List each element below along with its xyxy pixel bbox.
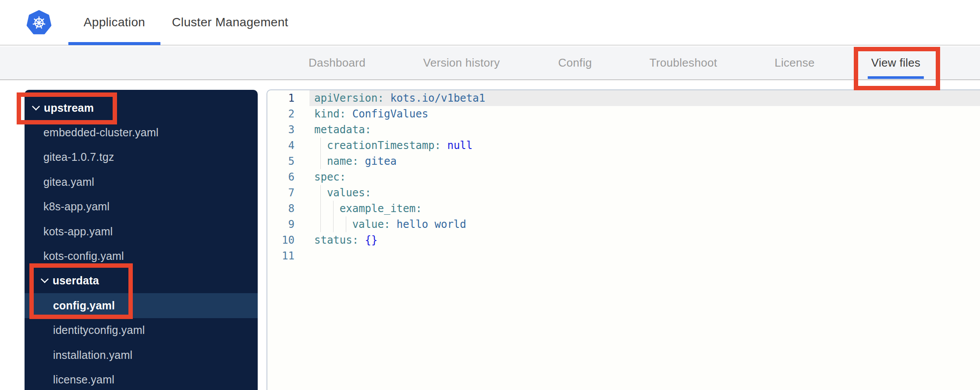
code-line: 2kind: ConfigValues xyxy=(267,106,980,122)
code-line-content: values: xyxy=(314,185,371,201)
tree-file-kots-config-yaml[interactable]: kots-config.yaml xyxy=(25,244,258,268)
tree-file-config-yaml[interactable]: config.yaml xyxy=(25,293,258,318)
code-line-content: spec: xyxy=(314,169,346,185)
token-str: hello world xyxy=(390,218,466,230)
tree-file-gitea-1-0-7-tgz[interactable]: gitea-1.0.7.tgz xyxy=(25,145,258,170)
indent-guide xyxy=(327,201,340,216)
code-line: 8 example_item: xyxy=(267,201,980,216)
gutter-line-number: 1 xyxy=(267,90,295,106)
token-key: kind: xyxy=(314,108,346,120)
subnav-item-dashboard[interactable]: Dashboard xyxy=(309,46,366,79)
indent-guide xyxy=(340,216,352,232)
code-line: 4 creationTimestamp: null xyxy=(267,138,980,153)
subnav-item-license[interactable]: License xyxy=(774,46,815,79)
code-line-content: value: hello world xyxy=(314,216,466,232)
tree-item-label: k8s-app.yaml xyxy=(43,200,110,213)
gutter-line-number: 3 xyxy=(267,122,295,138)
gutter-line-number: 11 xyxy=(267,248,295,264)
tree-item-label: userdata xyxy=(53,274,99,287)
chevron-down-icon xyxy=(41,275,49,283)
gutter-line-number: 5 xyxy=(267,153,295,169)
code-line-content: apiVersion: kots.io/v1beta1 xyxy=(314,90,485,106)
kots-admin-console: Application Cluster Management Dashboard… xyxy=(0,0,980,390)
tree-file-gitea-yaml[interactable]: gitea.yaml xyxy=(25,170,258,194)
token-key: value: xyxy=(352,218,391,230)
code-line: 9 value: hello world xyxy=(267,216,980,232)
token-str: ConfigValues xyxy=(346,108,428,120)
gutter-line-number: 8 xyxy=(267,201,295,216)
token-key: creationTimestamp: xyxy=(327,139,441,152)
app-subnav: DashboardVersion historyConfigTroublesho… xyxy=(0,46,980,80)
token-str: kots.io/v1beta1 xyxy=(384,92,485,104)
token-str: gitea xyxy=(359,155,397,167)
tree-folder-upstream[interactable]: upstream xyxy=(25,96,258,120)
tree-file-installation-yaml[interactable]: installation.yaml xyxy=(25,343,258,367)
tree-item-label: config.yaml xyxy=(53,299,115,312)
code-line: 7 values: xyxy=(267,185,980,201)
file-viewer[interactable]: 1apiVersion: kots.io/v1beta12kind: Confi… xyxy=(266,89,980,390)
file-tree: upstreamembedded-cluster.yamlgitea-1.0.7… xyxy=(25,90,258,390)
subnav-item-view-files[interactable]: View files xyxy=(871,46,920,79)
gutter-line-number: 6 xyxy=(267,169,295,185)
gutter-line-number: 10 xyxy=(267,232,295,248)
subnav-item-troubleshoot[interactable]: Troubleshoot xyxy=(650,46,717,79)
active-subnav-underline xyxy=(868,76,924,79)
tree-item-label: identityconfig.yaml xyxy=(53,324,145,337)
tree-folder-userdata[interactable]: userdata xyxy=(25,269,258,293)
app-header: Application Cluster Management xyxy=(0,0,980,46)
tree-file-kots-app-yaml[interactable]: kots-app.yaml xyxy=(25,219,258,244)
token-key: status: xyxy=(314,234,359,246)
token-key: spec: xyxy=(314,171,346,183)
code-line-content: status: {} xyxy=(314,232,378,248)
token-kw: null xyxy=(441,139,472,152)
token-key: values: xyxy=(327,187,371,199)
token-key: metadata: xyxy=(314,124,371,136)
code-line-content: kind: ConfigValues xyxy=(314,106,428,122)
code-line: 1apiVersion: kots.io/v1beta1 xyxy=(267,90,980,106)
tab-application[interactable]: Application xyxy=(68,0,160,45)
code-line: 3metadata: xyxy=(267,122,980,138)
tree-item-label: license.yaml xyxy=(53,373,114,386)
code-line-content: creationTimestamp: null xyxy=(314,138,472,153)
tree-file-k8s-app-yaml[interactable]: k8s-app.yaml xyxy=(25,195,258,219)
code-line-content: name: gitea xyxy=(314,153,397,169)
code-line-content: example_item: xyxy=(314,201,422,216)
tree-item-label: upstream xyxy=(44,102,94,114)
code-line: 6spec: xyxy=(267,169,980,185)
gutter-line-number: 9 xyxy=(267,216,295,232)
kubernetes-logo xyxy=(26,10,52,35)
indent-guide xyxy=(327,216,340,232)
tab-cluster-management[interactable]: Cluster Management xyxy=(167,0,294,45)
token-key: name: xyxy=(327,155,359,167)
gutter-line-number: 2 xyxy=(267,106,295,122)
gutter-line-number: 7 xyxy=(267,185,295,201)
tree-item-label: kots-app.yaml xyxy=(43,225,113,238)
indent-guide xyxy=(314,216,327,232)
tree-item-label: kots-config.yaml xyxy=(43,250,124,262)
tree-item-label: embedded-cluster.yaml xyxy=(43,126,159,139)
tree-file-license-yaml[interactable]: license.yaml xyxy=(25,367,258,390)
indent-guide xyxy=(314,138,327,153)
gutter-line-number: 4 xyxy=(267,138,295,153)
tree-file-embedded-cluster-yaml[interactable]: embedded-cluster.yaml xyxy=(25,120,258,145)
tree-file-identityconfig-yaml[interactable]: identityconfig.yaml xyxy=(25,318,258,343)
subnav-item-version-history[interactable]: Version history xyxy=(423,46,500,79)
code-line: 10status: {} xyxy=(267,232,980,248)
token-key: apiVersion: xyxy=(314,92,384,104)
indent-guide xyxy=(314,201,327,216)
active-tab-underline xyxy=(68,42,160,45)
indent-guide xyxy=(314,185,327,201)
tree-item-label: installation.yaml xyxy=(53,349,132,362)
chevron-down-icon xyxy=(32,103,40,110)
tree-item-label: gitea.yaml xyxy=(43,176,94,188)
code-line: 5 name: gitea xyxy=(267,153,980,169)
token-kw: {} xyxy=(359,234,377,246)
code-line-content: metadata: xyxy=(314,122,371,138)
code-line: 11 xyxy=(267,248,980,264)
indent-guide xyxy=(314,153,327,169)
tree-item-label: gitea-1.0.7.tgz xyxy=(43,151,114,163)
subnav-item-config[interactable]: Config xyxy=(558,46,592,79)
token-key: example_item: xyxy=(340,202,422,215)
